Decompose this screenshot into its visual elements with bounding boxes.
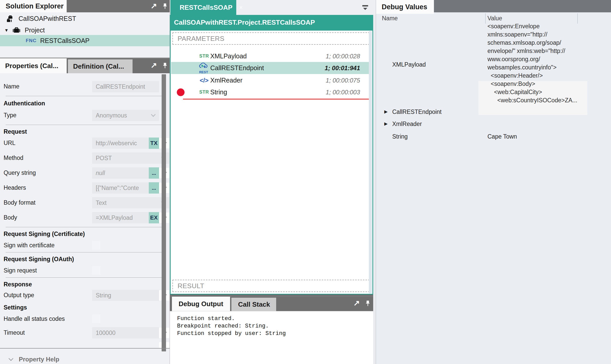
expression-type-badge[interactable]: EX	[149, 212, 159, 223]
tab-definition[interactable]: Definition (Cal...	[68, 59, 133, 73]
xml-line: <soapenv:Body>	[487, 80, 577, 88]
field-label: Body	[4, 214, 17, 221]
xml-reader-icon: </>	[197, 77, 211, 84]
string-type-icon: STR	[197, 53, 211, 59]
step-timing: 1; 00:00:003	[326, 89, 360, 96]
rest-icon-label: REST	[199, 70, 208, 74]
debug-value-name-string[interactable]: String	[392, 133, 408, 140]
field-output-type: Output type String	[0, 290, 167, 301]
breakpoint-icon[interactable]	[177, 88, 185, 96]
field-value: null	[92, 170, 105, 177]
debug-value-string-value[interactable]: Cape Town	[487, 133, 517, 140]
tree-item-solution[interactable]: CallSOAPwithREST	[0, 13, 170, 24]
step-callrestendpoint-selected[interactable]: REST CallRESTEndpoint 1; 00:01:941	[171, 62, 369, 74]
headers-input[interactable]: [{"Name":"Conte	[92, 182, 149, 194]
field-label: Method	[4, 154, 23, 161]
column-separator[interactable]	[485, 13, 486, 24]
expression-type-badge[interactable]: TX	[149, 138, 159, 149]
pin-icon[interactable]	[364, 300, 371, 307]
field-headers: Headers [{"Name":"Conte ...	[0, 182, 167, 194]
field-value: [{"Name":"Conte	[92, 185, 139, 192]
tree-item-function-selected[interactable]: FNC RESTCallsSOAP	[0, 35, 170, 46]
field-value: http://webservic	[92, 140, 137, 147]
close-icon[interactable]: ×	[239, 4, 243, 11]
property-help-label: Property Help	[19, 356, 59, 363]
pin-icon[interactable]	[162, 3, 168, 10]
column-header-name[interactable]: Name	[382, 15, 398, 22]
column-header-value[interactable]: Value	[487, 15, 502, 22]
solution-explorer-title-tab[interactable]: Solution Explorer	[0, 0, 67, 12]
xml-line: <web:sCountryISOCode>ZA...	[487, 96, 577, 104]
float-window-icon[interactable]: ↗	[151, 2, 157, 10]
expand-caret-icon[interactable]: ▾	[5, 27, 8, 33]
sign-request-checkbox[interactable]	[92, 266, 100, 275]
method-select[interactable]: POST	[92, 152, 169, 164]
pin-icon[interactable]	[162, 62, 168, 69]
url-input[interactable]: http://webservic	[92, 138, 149, 149]
field-value: =XMLPayload	[92, 214, 133, 221]
group-header-request: Request	[4, 128, 27, 135]
sign-with-certificate-checkbox[interactable]	[92, 241, 100, 250]
step-name: String	[210, 88, 227, 96]
tab-label: Definition (Cal...	[73, 62, 124, 70]
step-string[interactable]: STR String 1; 00:00:003	[171, 86, 369, 98]
tab-label: Properties (Cal...	[5, 62, 58, 70]
properties-scrollbar-thumb[interactable]	[162, 74, 166, 351]
breadcrumb: CallSOAPwithREST.Project.RESTCallsSOAP	[170, 15, 373, 30]
properties-panel: ↗ Properties (Cal... Definition (Cal... …	[0, 58, 170, 364]
handle-all-status-codes-checkbox[interactable]	[92, 314, 100, 323]
type-select[interactable]: Anonymous	[92, 110, 159, 121]
step-timing: 1; 00:01:941	[325, 65, 360, 72]
window-list-icon[interactable]	[361, 4, 369, 11]
horizontal-splitter[interactable]	[170, 295, 373, 297]
query-string-input[interactable]: null	[92, 167, 149, 179]
log-line: Function stopped by user: String	[177, 330, 373, 337]
field-sign-with-certificate: Sign with certificate	[0, 240, 167, 251]
debug-values-title-tab[interactable]: Debug Values	[376, 0, 434, 14]
column-separator[interactable]	[577, 13, 578, 24]
debug-value-name-xmlpayload[interactable]: XMLPayload	[392, 61, 426, 68]
tab-restcallssoap[interactable]: RESTCallsSOAP ×	[170, 0, 236, 15]
group-divider	[6, 252, 163, 252]
field-label: Query string	[4, 169, 36, 176]
expander-icon[interactable]: ▶	[384, 109, 388, 114]
debug-value-name-callrestendpoint[interactable]: CallRESTEndpoint	[392, 108, 442, 115]
step-timing: 1; 00:00:028	[326, 53, 360, 60]
field-sign-request: Sign request	[0, 265, 167, 276]
name-input[interactable]: CallRESTEndpoint	[92, 81, 159, 92]
debug-value-name-xmlreader[interactable]: XmlReader	[392, 121, 422, 128]
string-type-icon: STR	[197, 89, 211, 95]
ellipsis-editor-button[interactable]: ...	[149, 167, 159, 179]
function-type-badge: FNC	[26, 38, 37, 43]
property-help-toggle[interactable]: Property Help	[0, 349, 170, 363]
group-header-signing-certificate: Request Signing (Certificate)	[4, 231, 85, 238]
tab-call-stack[interactable]: Call Stack	[231, 298, 276, 311]
timeout-input[interactable]: 100000	[92, 327, 159, 339]
float-window-icon[interactable]: ↗	[151, 61, 157, 69]
body-input[interactable]: =XMLPayload	[92, 212, 149, 223]
expander-icon[interactable]: ▶	[384, 121, 388, 126]
solution-explorer-panel: ↗ Solution Explorer CallSOAPwithREST ▾ P…	[0, 0, 170, 58]
ellipsis-editor-button[interactable]: ...	[149, 182, 159, 194]
tab-properties[interactable]: Properties (Cal...	[0, 58, 67, 73]
xml-line: <soapenv:Envelope	[487, 22, 577, 30]
parameters-dropzone[interactable]: PARAMETERS	[172, 32, 370, 45]
output-type-select[interactable]: String	[92, 290, 159, 301]
chevron-down-icon	[8, 356, 13, 361]
group-header-response: Response	[4, 281, 32, 288]
group-divider	[6, 96, 163, 96]
tab-debug-output[interactable]: Debug Output	[172, 297, 230, 311]
tree-item-label: CallSOAPwithREST	[19, 15, 76, 22]
step-xmlpayload[interactable]: STR XMLPayload 1; 00:00:028	[171, 50, 369, 62]
step-xmlreader[interactable]: </> XmlReader 1; 00:00:075	[171, 74, 369, 86]
tab-label: RESTCallsSOAP	[180, 4, 232, 12]
float-window-icon[interactable]: ↗	[353, 299, 360, 307]
canvas-scrollbar-track[interactable]	[369, 31, 372, 293]
xmlpayload-value[interactable]: <soapenv:Envelope xmlns:soapenv="http://…	[487, 22, 577, 104]
log-line: Breakpoint reached: String.	[177, 322, 373, 330]
debug-values-panel: Debug Values Name Value XMLPayload <soap…	[376, 0, 611, 364]
result-dropzone[interactable]: RESULT	[172, 280, 370, 292]
tree-item-project[interactable]: ▾ Project	[0, 24, 170, 36]
chevron-down-icon	[151, 112, 155, 117]
body-format-select[interactable]: Text	[92, 197, 169, 208]
